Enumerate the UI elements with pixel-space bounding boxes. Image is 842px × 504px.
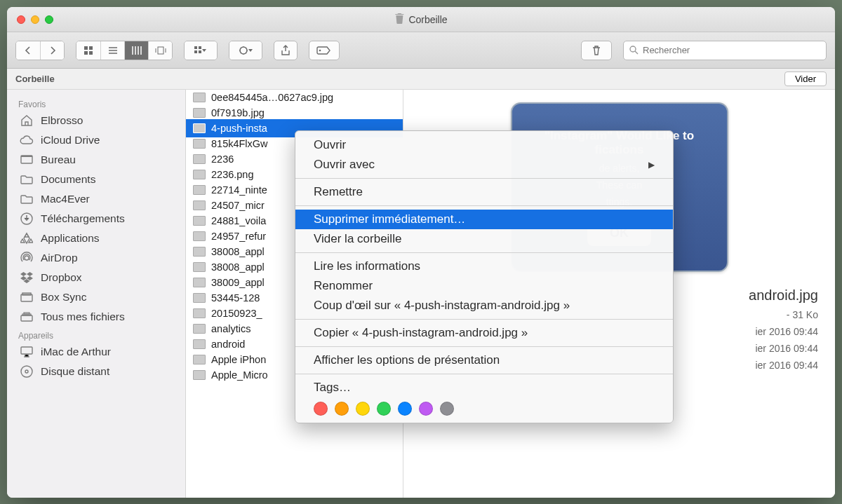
menu-item[interactable]: Ouvrir: [295, 135, 673, 155]
file-icon: [193, 293, 206, 303]
close-window-button[interactable]: [17, 15, 25, 24]
submenu-arrow-icon: ▶: [648, 160, 655, 170]
folder-icon: [20, 192, 34, 206]
tag-color-dot[interactable]: [440, 402, 454, 416]
file-icon: [193, 139, 206, 149]
coverflow-view-button[interactable]: [148, 41, 172, 60]
sidebar-item-tous-mes-fichiers[interactable]: Tous mes fichiers: [7, 307, 185, 327]
tag-color-dot[interactable]: [398, 402, 412, 416]
file-name: 24881_voila: [211, 215, 266, 226]
fullscreen-window-button[interactable]: [45, 15, 53, 24]
svg-point-10: [319, 49, 321, 51]
menu-item-label: Ouvrir avec: [314, 158, 375, 172]
svg-point-15: [25, 256, 29, 260]
svg-rect-0: [84, 46, 88, 50]
file-name: 815k4FlxGw: [211, 138, 268, 149]
sidebar-item-disque-distant[interactable]: Disque distant: [7, 362, 185, 381]
menu-item-label: Vider la corbeille: [314, 232, 401, 246]
arrange-button-group: [184, 41, 218, 60]
delete-button[interactable]: [581, 41, 612, 60]
download-icon: [20, 212, 34, 226]
file-name: analytics: [211, 323, 250, 334]
sidebar-item-mac4ever[interactable]: Mac4Ever: [7, 189, 185, 209]
menu-item[interactable]: Remettre: [295, 182, 673, 202]
file-row[interactable]: 0f7919b.jpg: [186, 105, 403, 121]
tags-button[interactable]: [309, 41, 340, 60]
sidebar-item-icloud-drive[interactable]: iCloud Drive: [7, 130, 185, 150]
file-icon: [193, 370, 206, 380]
sidebar-item-imac-de-arthur[interactable]: iMac de Arthur: [7, 342, 185, 362]
file-icon: [193, 216, 206, 226]
menu-item[interactable]: Lire les informations: [295, 257, 673, 276]
search-input[interactable]: [643, 45, 820, 55]
file-name: 38009_appl: [211, 277, 265, 288]
sidebar-item-label: Mac4Ever: [41, 193, 90, 205]
box-icon: [20, 290, 34, 304]
sidebar-item-airdrop[interactable]: AirDrop: [7, 248, 185, 268]
column-view-button[interactable]: [124, 41, 148, 60]
file-icon: [193, 308, 206, 318]
back-button[interactable]: [16, 41, 40, 60]
svg-rect-5: [194, 46, 197, 49]
menu-separator: [295, 252, 673, 253]
file-name: 2236: [211, 154, 234, 165]
menu-item[interactable]: Copier « 4-push-instagram-android.jpg »: [295, 323, 673, 343]
svg-rect-4: [158, 47, 163, 54]
tag-color-dot[interactable]: [377, 402, 391, 416]
empty-trash-button[interactable]: Vider: [784, 71, 827, 86]
svg-point-22: [21, 366, 32, 377]
tag-color-dot[interactable]: [356, 402, 370, 416]
sidebar-item-box-sync[interactable]: Box Sync: [7, 287, 185, 307]
action-menu-button[interactable]: [229, 41, 262, 60]
menu-item[interactable]: Coup d'œil sur « 4-push-instagram-androi…: [295, 296, 673, 315]
menu-separator: [295, 178, 673, 179]
share-button[interactable]: [274, 41, 298, 60]
search-icon: [629, 46, 639, 55]
file-name: 0f7919b.jpg: [211, 107, 265, 118]
menu-item-label: Supprimer immédiatement…: [314, 212, 465, 226]
file-name: Apple iPhon: [211, 354, 266, 365]
pathbar: Corbeille Vider: [7, 69, 835, 90]
file-icon: [193, 231, 206, 241]
sidebar-item-label: Applications: [41, 232, 100, 245]
menu-item[interactable]: Afficher les options de présentation: [295, 350, 673, 370]
file-icon: [193, 200, 206, 210]
menu-item[interactable]: Tags…: [295, 378, 673, 397]
file-name: Apple_Micro: [211, 369, 268, 381]
imac-icon: [20, 345, 34, 359]
minimize-window-button[interactable]: [31, 15, 39, 24]
forward-button[interactable]: [40, 41, 64, 60]
menu-item-label: Tags…: [314, 381, 351, 395]
allfiles-icon: [20, 310, 34, 324]
search-box[interactable]: [623, 41, 827, 60]
sidebar-item-applications[interactable]: Applications: [7, 229, 185, 248]
tag-color-dot[interactable]: [419, 402, 433, 416]
arrange-button[interactable]: [185, 41, 217, 60]
file-icon: [193, 278, 206, 287]
svg-rect-21: [21, 347, 32, 354]
menu-item[interactable]: Supprimer immédiatement…: [295, 210, 673, 229]
sidebar-item-dropbox[interactable]: Dropbox: [7, 268, 185, 287]
sidebar-item-label: Téléchargements: [41, 212, 125, 225]
file-row[interactable]: 0ee845445a…0627ac9.jpg: [186, 90, 403, 105]
list-view-button[interactable]: [100, 41, 124, 60]
file-name: 0ee845445a…0627ac9.jpg: [211, 92, 333, 103]
sidebar-item-label: Dropbox: [41, 271, 82, 284]
sidebar-item-bureau[interactable]: Bureau: [7, 150, 185, 170]
svg-point-11: [630, 46, 636, 52]
menu-item[interactable]: Renommer: [295, 276, 673, 296]
menu-item[interactable]: Vider la corbeille: [295, 229, 673, 249]
menu-item-label: Lire les informations: [314, 259, 420, 273]
menu-item-label: Afficher les options de présentation: [314, 353, 500, 367]
sidebar-item-elbrosso[interactable]: Elbrosso: [7, 111, 185, 130]
nav-buttons: [15, 41, 65, 60]
icon-view-button[interactable]: [76, 41, 100, 60]
menu-item[interactable]: Ouvrir avec▶: [295, 155, 673, 175]
tag-color-dot[interactable]: [335, 402, 349, 416]
window-title-text: Corbeille: [408, 14, 447, 25]
sidebar-section-header: Appareils: [7, 327, 185, 342]
tag-color-dot[interactable]: [314, 402, 328, 416]
sidebar-item-documents[interactable]: Documents: [7, 170, 185, 189]
file-icon: [193, 247, 206, 257]
sidebar-item-téléchargements[interactable]: Téléchargements: [7, 209, 185, 229]
